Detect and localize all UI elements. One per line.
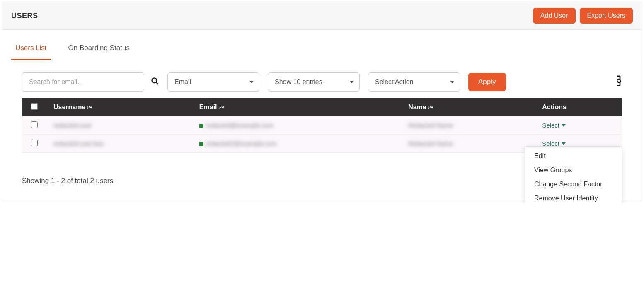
dropdown-item-edit[interactable]: Edit [525,149,622,163]
users-card: USERS Add User Export Users Users List O… [2,2,642,201]
header-buttons: Add User Export Users [533,8,633,24]
filter-by-select-wrap: Email [167,72,259,92]
card-header: USERS Add User Export Users [2,2,642,30]
import-icon[interactable] [610,75,622,90]
page-size-select-wrap: Show 10 entries [268,72,360,92]
page-size-select[interactable]: Show 10 entries [268,72,360,92]
search-input[interactable] [22,72,144,92]
export-users-button[interactable]: Export Users [580,8,633,24]
select-all-header [22,98,47,116]
row-checkbox[interactable] [31,140,38,146]
filter-bar: Email Show 10 entries Select Action Appl… [2,60,642,98]
users-table: Username↓ᴬᶻ Email↓ᴬᶻ Name↓ᴬᶻ Actions [22,98,622,153]
table-row: redacted-user redacted@example.com Redac… [22,116,622,135]
filter-by-select[interactable]: Email [167,72,259,92]
svg-point-0 [152,78,157,83]
tab-bar: Users List On Boarding Status [2,38,642,60]
dropdown-item-remove-user-identity[interactable]: Remove User Identity [525,191,622,203]
search-icon[interactable] [151,77,159,87]
add-user-button[interactable]: Add User [533,8,576,24]
row-action-select[interactable]: Select [542,122,566,129]
caret-down-icon [562,142,566,145]
col-email[interactable]: Email↓ᴬᶻ [193,98,402,116]
col-email-label: Email [199,104,217,111]
results-count: Showing 1 - 2 of total 2 users [22,177,113,185]
dropdown-item-view-groups[interactable]: View Groups [525,163,622,177]
sort-icon: ↓ᴬᶻ [86,105,92,111]
table-container: Username↓ᴬᶻ Email↓ᴬᶻ Name↓ᴬᶻ Actions [2,98,642,163]
caret-down-icon [562,124,566,127]
search-wrap [22,72,159,92]
row-checkbox[interactable] [31,121,38,128]
row-action-label: Select [542,122,559,129]
cell-name: Redacted Name [408,140,453,147]
col-name[interactable]: Name↓ᴬᶻ [402,98,535,116]
col-username[interactable]: Username↓ᴬᶻ [47,98,193,116]
cell-email: redacted@example.com [206,122,274,129]
select-all-checkbox[interactable] [31,103,38,110]
svg-line-1 [156,82,158,84]
cell-name: Redacted Name [408,122,453,129]
col-actions-label: Actions [542,104,567,111]
sort-icon: ↓ᴬᶻ [218,105,224,111]
col-username-label: Username [53,104,85,111]
status-dot-icon [199,124,203,128]
apply-button[interactable]: Apply [468,73,506,91]
cell-username: redacted-user-two [53,140,104,147]
cell-username: redacted-user [53,122,92,129]
col-actions: Actions [535,98,622,116]
dropdown-item-change-second-factor[interactable]: Change Second Factor [525,177,622,191]
tab-onboarding-status[interactable]: On Boarding Status [64,38,134,60]
page-title: USERS [11,12,38,20]
bulk-action-select[interactable]: Select Action [368,72,460,92]
tab-users-list[interactable]: Users List [11,38,51,60]
table-header-row: Username↓ᴬᶻ Email↓ᴬᶻ Name↓ᴬᶻ Actions [22,98,622,116]
sort-icon: ↓ᴬᶻ [427,105,433,111]
col-name-label: Name [408,104,426,111]
cell-email: redacted2@example.com [206,140,277,147]
status-dot-icon [199,142,203,146]
bulk-action-select-wrap: Select Action [368,72,460,92]
row-action-dropdown: EditView GroupsChange Second FactorRemov… [525,146,622,203]
